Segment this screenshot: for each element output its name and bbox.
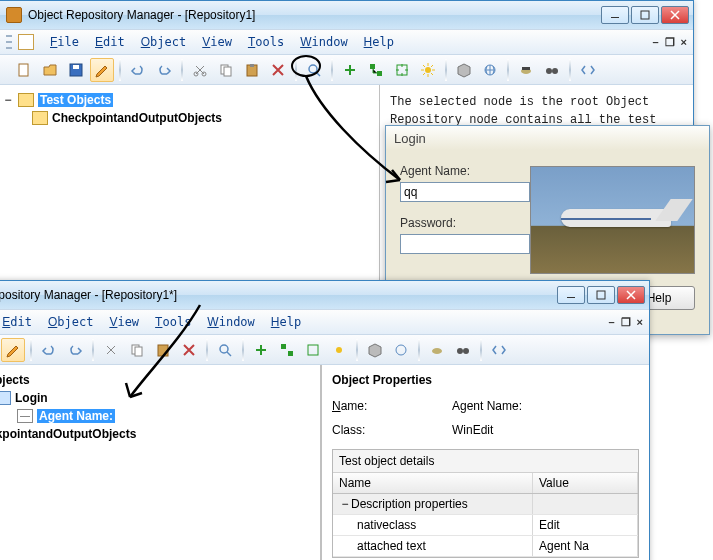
menu-window[interactable]: Window (292, 32, 355, 52)
col-name[interactable]: Name (333, 473, 533, 493)
globe-icon[interactable] (389, 338, 413, 362)
cell-name: attached text (333, 536, 533, 556)
binoculars-icon[interactable] (540, 58, 564, 82)
menu-edit[interactable]: Edit (87, 32, 133, 52)
redo-icon[interactable] (152, 58, 176, 82)
mdi-minimize[interactable]: – (652, 36, 658, 49)
cut-icon[interactable] (99, 338, 123, 362)
menu-help[interactable]: Help (356, 32, 402, 52)
menu-help[interactable]: Help (263, 312, 309, 332)
mdi-minimize[interactable]: – (608, 316, 614, 329)
add-icon[interactable] (249, 338, 273, 362)
new-doc-icon[interactable] (18, 34, 34, 50)
maximize-button[interactable] (587, 286, 615, 304)
undo-icon[interactable] (126, 58, 150, 82)
open-icon[interactable] (38, 58, 62, 82)
gear-icon[interactable] (416, 58, 440, 82)
col-value[interactable]: Value (533, 473, 638, 493)
gear-icon[interactable] (327, 338, 351, 362)
menu-object[interactable]: Object (133, 32, 194, 52)
spy-icon[interactable] (514, 58, 538, 82)
new-icon[interactable] (12, 58, 36, 82)
mdi-close[interactable]: × (681, 36, 687, 49)
agent-name-input[interactable] (400, 182, 530, 202)
minimize-button[interactable] (601, 6, 629, 24)
save-icon[interactable] (64, 58, 88, 82)
code-icon[interactable] (487, 338, 511, 362)
tree-root-test-objects[interactable]: − Test Objects (2, 91, 377, 109)
find-icon[interactable] (213, 338, 237, 362)
delete-icon[interactable] (266, 58, 290, 82)
tree-item-login[interactable]: − Login (0, 389, 318, 407)
toolbar-separator (331, 59, 333, 81)
edit-icon[interactable] (90, 58, 114, 82)
menu-view[interactable]: View (194, 32, 240, 52)
binoculars-icon[interactable] (451, 338, 475, 362)
close-button[interactable] (617, 286, 645, 304)
box-icon[interactable] (452, 58, 476, 82)
tree-item-checkpoints[interactable]: CheckpointandOutputObjects (2, 109, 377, 127)
menu-view[interactable]: View (101, 312, 147, 332)
cut-icon[interactable] (188, 58, 212, 82)
paste-icon[interactable] (151, 338, 175, 362)
minimize-button[interactable] (557, 286, 585, 304)
menu-tools[interactable]: Tools (147, 312, 199, 332)
delete-icon[interactable] (177, 338, 201, 362)
collapse-icon[interactable]: − (339, 497, 351, 511)
prop-class-label: Class: (332, 423, 452, 437)
menu-tools[interactable]: Tools (240, 32, 292, 52)
add-icon[interactable] (338, 58, 362, 82)
find-icon[interactable] (302, 58, 326, 82)
folder-icon (32, 111, 48, 125)
menu-window[interactable]: Window (199, 312, 262, 332)
svg-rect-9 (250, 64, 254, 67)
box-icon[interactable] (363, 338, 387, 362)
mdi-restore[interactable]: ❐ (621, 316, 631, 329)
tree-view-2[interactable]: stObjects − Login Agent Name: heckpointa… (0, 365, 321, 560)
add-child-icon[interactable] (275, 338, 299, 362)
target-icon[interactable] (301, 338, 325, 362)
tree-item-agent-name[interactable]: Agent Name: (0, 407, 318, 425)
svg-rect-20 (597, 291, 605, 299)
titlebar-1: Object Repository Manager - [Repository1… (0, 1, 693, 29)
toolbar-separator (480, 339, 482, 361)
code-icon[interactable] (576, 58, 600, 82)
toolbar-separator (30, 339, 32, 361)
collapse-icon[interactable]: − (2, 93, 14, 107)
undo-icon[interactable] (37, 338, 61, 362)
cell-value: Agent Na (533, 536, 638, 556)
add-child-icon[interactable] (364, 58, 388, 82)
password-input[interactable] (400, 234, 530, 254)
menubar-2: e Edit Object View Tools Window Help – ❐… (0, 309, 649, 335)
menu-edit[interactable]: Edit (0, 312, 40, 332)
grid-row-attachedtext[interactable]: attached text Agent Na (333, 536, 638, 557)
grid-group-description[interactable]: −Description properties (333, 494, 638, 515)
target-icon[interactable] (390, 58, 414, 82)
tree-root-cropped[interactable]: stObjects (0, 371, 318, 389)
airplane-graphic (561, 209, 671, 227)
globe-icon[interactable] (478, 58, 502, 82)
toolbar-separator (445, 59, 447, 81)
maximize-button[interactable] (631, 6, 659, 24)
menu-object[interactable]: Object (40, 312, 101, 332)
menu-file[interactable]: File (42, 32, 87, 52)
svg-rect-1 (19, 64, 28, 76)
copy-icon[interactable] (214, 58, 238, 82)
grid-row-nativeclass[interactable]: nativeclass Edit (333, 515, 638, 536)
window-title-2: Repository Manager - [Repository1*] (0, 288, 557, 302)
prop-name-label: Name: (332, 399, 452, 413)
copy-icon[interactable] (125, 338, 149, 362)
edit-icon[interactable] (1, 338, 25, 362)
mdi-restore[interactable]: ❐ (665, 36, 675, 49)
cell-value: Edit (533, 515, 638, 535)
tree-item-checkpoints[interactable]: heckpointandOutputObjects (0, 425, 318, 443)
close-button[interactable] (661, 6, 689, 24)
app-icon (6, 7, 22, 23)
menubar-1: File Edit Object View Tools Window Help … (0, 29, 693, 55)
window-title-1: Object Repository Manager - [Repository1… (28, 8, 601, 22)
paste-icon[interactable] (240, 58, 264, 82)
mdi-close[interactable]: × (637, 316, 643, 329)
spy-icon[interactable] (425, 338, 449, 362)
prop-name-value[interactable]: Agent Name: (452, 399, 522, 413)
redo-icon[interactable] (63, 338, 87, 362)
